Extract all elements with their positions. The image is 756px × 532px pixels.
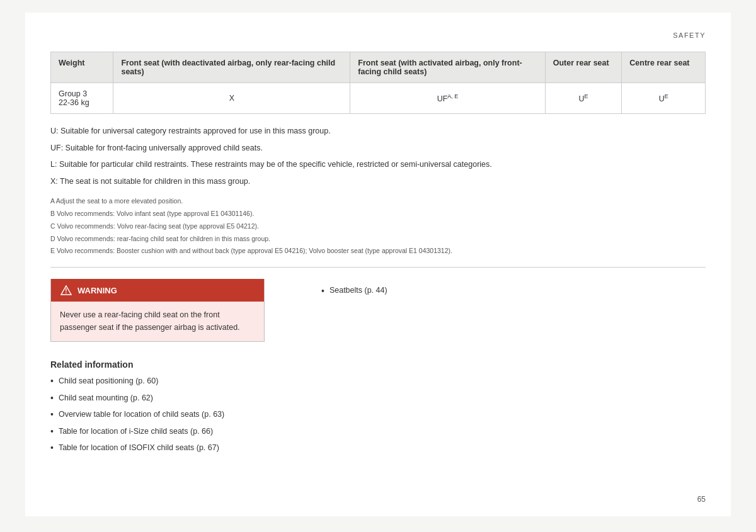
warning-box: ! WARNING Never use a rear-facing child … — [50, 279, 265, 342]
col-header-front-deact: Front seat (with deactivated airbag, onl… — [113, 52, 350, 83]
list-item: Child seat mounting (p. 62) — [50, 393, 302, 405]
col-header-weight: Weight — [51, 52, 113, 83]
child-seat-table: Weight Front seat (with deactivated airb… — [50, 52, 706, 114]
table-row: Group 3 22-36 kg X UFA, E UE UE — [51, 83, 706, 114]
list-item: Table for location of ISOFIX child seats… — [50, 443, 302, 455]
note-u: U: Suitable for universal category restr… — [50, 124, 706, 139]
page-header: SAFETY — [50, 31, 706, 39]
seatbelts-list: Seatbelts (p. 44) — [321, 285, 706, 298]
list-item-text: Child seat positioning (p. 60) — [59, 376, 158, 387]
list-item-text: Table for location of ISOFIX child seats… — [59, 443, 219, 454]
footnote-e: E Volvo recommends: Booster cushion with… — [50, 246, 706, 257]
weight-range: 22-36 kg — [59, 98, 89, 107]
warning-icon: ! — [60, 284, 72, 297]
svg-text:!: ! — [65, 288, 67, 295]
list-item-text: Child seat mounting (p. 62) — [59, 393, 153, 404]
related-info-heading: Related information — [50, 359, 302, 370]
note-x: X: The seat is not suitable for children… — [50, 174, 706, 189]
right-column: Seatbelts (p. 44) — [321, 279, 706, 298]
page-number: 65 — [697, 495, 706, 504]
col-header-outer-rear: Outer rear seat — [545, 52, 622, 83]
list-item: Child seat positioning (p. 60) — [50, 376, 302, 388]
notes-section: U: Suitable for universal category restr… — [50, 124, 706, 188]
group-label: Group 3 — [59, 89, 87, 98]
note-uf: UF: Suitable for front-facing universall… — [50, 141, 706, 156]
footnote-d: D Volvo recommends: rear-facing child se… — [50, 234, 706, 245]
related-info-section: Related information Child seat positioni… — [50, 359, 302, 455]
footnote-c: C Volvo recommends: Volvo rear-facing se… — [50, 221, 706, 232]
seatbelts-text: Seatbelts (p. 44) — [329, 285, 387, 297]
list-item-text: Table for location of i-Size child seats… — [59, 426, 213, 438]
list-item-text: Overview table for location of child sea… — [59, 409, 224, 421]
weight-cell: Group 3 22-36 kg — [51, 83, 113, 114]
centre-rear-value: UE — [622, 83, 706, 114]
outer-rear-value: UE — [545, 83, 622, 114]
col-header-centre-rear: Centre rear seat — [622, 52, 706, 83]
front-act-value: UFA, E — [350, 83, 545, 114]
left-column: ! WARNING Never use a rear-facing child … — [50, 279, 302, 460]
warning-header: ! WARNING — [51, 279, 264, 302]
front-deact-value: X — [113, 83, 350, 114]
note-l: L: Suitable for particular child restrai… — [50, 157, 706, 172]
related-info-list: Child seat positioning (p. 60) Child sea… — [50, 376, 302, 455]
footnotes-section: A Adjust the seat to a more elevated pos… — [50, 196, 706, 268]
list-item: Overview table for location of child sea… — [50, 409, 302, 421]
two-col-section: ! WARNING Never use a rear-facing child … — [50, 279, 706, 460]
seatbelts-item: Seatbelts (p. 44) — [321, 285, 706, 298]
footnote-b: B Volvo recommends: Volvo infant seat (t… — [50, 208, 706, 220]
list-item: Table for location of i-Size child seats… — [50, 426, 302, 438]
footnote-a: A Adjust the seat to a more elevated pos… — [50, 196, 706, 207]
warning-body: Never use a rear-facing child seat on th… — [51, 302, 264, 341]
col-header-front-act: Front seat (with activated airbag, only … — [350, 52, 545, 83]
warning-title: WARNING — [77, 286, 117, 295]
